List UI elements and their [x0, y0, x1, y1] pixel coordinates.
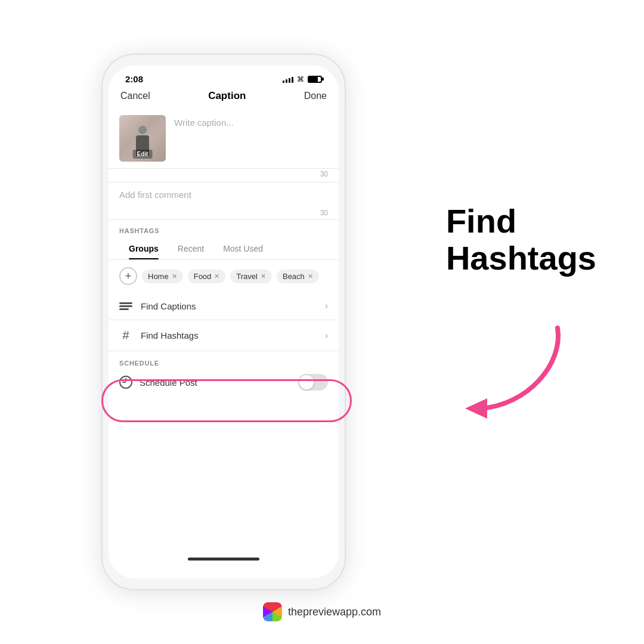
find-captions-label: Find Captions — [141, 301, 325, 311]
nav-bar: Cancel Caption Done — [109, 88, 339, 109]
edit-label[interactable]: Edit — [133, 150, 153, 159]
schedule-post-label: Schedule Post — [140, 377, 291, 388]
schedule-toggle[interactable] — [298, 374, 328, 391]
tab-recent[interactable]: Recent — [168, 240, 213, 259]
cancel-button[interactable]: Cancel — [120, 91, 150, 101]
chip-home-label: Home — [148, 272, 169, 281]
chip-food-label: Food — [194, 272, 212, 281]
phone-screen: 2:08 ⌘ Cancel Caption Done — [109, 66, 339, 578]
brand-logo — [263, 602, 282, 621]
post-thumbnail[interactable]: Edit — [119, 115, 166, 162]
branding: thepreviewapp.com — [263, 602, 381, 621]
status-bar: 2:08 ⌘ — [109, 66, 339, 88]
hashtag-icon: # — [119, 329, 132, 342]
status-icons: ⌘ — [283, 75, 322, 83]
find-captions-chevron: › — [325, 301, 328, 311]
schedule-section: SCHEDULE Schedule Post — [109, 351, 339, 391]
page-title: Caption — [208, 90, 246, 102]
status-time: 2:08 — [125, 74, 143, 84]
done-button[interactable]: Done — [304, 91, 327, 101]
caption-area: Edit Write caption... — [109, 109, 339, 169]
caption-input[interactable]: Write caption... — [174, 115, 234, 128]
find-captions-row[interactable]: Find Captions › — [109, 292, 339, 320]
find-title-line1: Find — [446, 203, 596, 240]
find-hashtags-label: Find Hashtags — [141, 330, 325, 340]
chip-travel: Travel ✕ — [230, 270, 272, 283]
wifi-icon: ⌘ — [297, 75, 304, 83]
chip-home: Home ✕ — [142, 270, 183, 283]
battery-icon — [308, 76, 322, 83]
first-comment-area[interactable]: Add first comment — [109, 182, 339, 208]
phone-shell: 2:08 ⌘ Cancel Caption Done — [101, 54, 346, 590]
chip-food-close[interactable]: ✕ — [214, 273, 219, 280]
right-panel: Find Hashtags — [446, 203, 596, 276]
chip-food: Food ✕ — [188, 270, 226, 283]
hashtags-section: HASHTAGS Groups Recent Most Used + Home … — [109, 219, 339, 292]
chip-beach: Beach ✕ — [277, 270, 319, 283]
comment-char-count: 30 — [109, 208, 339, 219]
find-hashtags-row[interactable]: # Find Hashtags › — [109, 320, 339, 351]
chip-travel-label: Travel — [236, 272, 258, 281]
arrow-svg — [456, 316, 575, 435]
hashtags-tabs: Groups Recent Most Used — [109, 240, 339, 260]
schedule-row: Schedule Post — [119, 374, 328, 391]
chip-beach-close[interactable]: ✕ — [308, 273, 313, 280]
find-title-line2: Hashtags — [446, 240, 596, 277]
home-indicator — [188, 558, 259, 561]
plus-icon: + — [125, 271, 132, 281]
svg-marker-0 — [465, 398, 487, 419]
tab-most-used[interactable]: Most Used — [213, 240, 273, 259]
signal-icon — [283, 76, 293, 83]
brand-url: thepreviewapp.com — [288, 606, 381, 618]
first-comment-input[interactable]: Add first comment — [119, 190, 191, 200]
groups-row: + Home ✕ Food ✕ Travel ✕ Beach ✕ — [109, 260, 339, 292]
chip-home-close[interactable]: ✕ — [172, 273, 177, 280]
find-hashtags-chevron: › — [325, 330, 328, 341]
chip-travel-close[interactable]: ✕ — [261, 273, 266, 280]
hashtags-section-label: HASHTAGS — [109, 227, 339, 240]
clock-icon — [119, 376, 132, 389]
caption-char-count: 30 — [109, 169, 339, 182]
schedule-section-label: SCHEDULE — [119, 360, 328, 367]
chip-beach-label: Beach — [283, 272, 305, 281]
lines-icon — [119, 305, 132, 307]
add-group-button[interactable]: + — [119, 267, 137, 285]
tab-groups[interactable]: Groups — [119, 240, 168, 259]
